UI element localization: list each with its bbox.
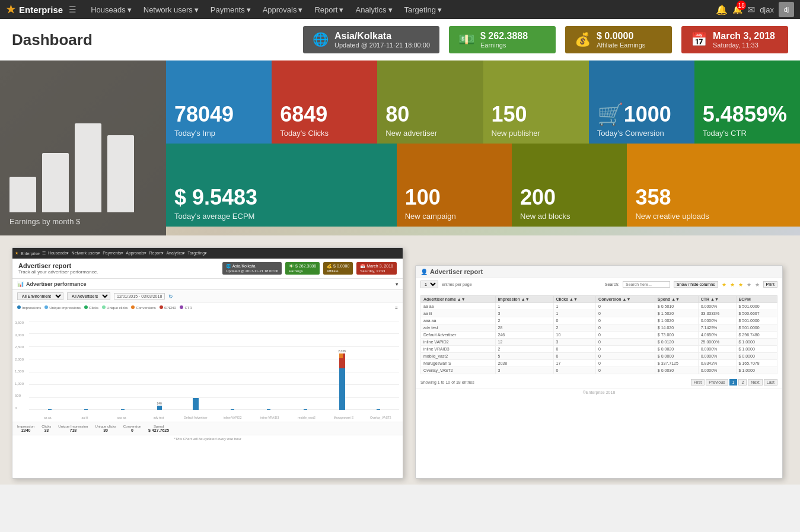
tile-clicks[interactable]: 6849 Today's Clicks <box>272 60 377 144</box>
col-ctr[interactable]: CTR ▲▼ <box>698 296 736 303</box>
mini-search-input[interactable] <box>623 281 670 288</box>
nav-approvals[interactable]: Approvals ▾ <box>257 0 309 19</box>
mini-chart-note: *This Chart will be updated every one ho… <box>12 435 403 442</box>
table-cell-clicks: 0 <box>553 346 596 353</box>
page-1[interactable]: 1 <box>729 379 738 386</box>
col-impression[interactable]: Impression ▲▼ <box>495 296 553 303</box>
brand-logo[interactable]: ★ Enterprise <box>6 3 63 16</box>
tile-clicks-number: 6849 <box>280 103 327 126</box>
table-cell-ctr: 33.3333% <box>698 310 736 317</box>
header-bar: Dashboard 🌐 Asia/Kolkata Updated @ 2017-… <box>0 19 800 60</box>
mini-chart-menu[interactable]: ≡ <box>395 305 398 311</box>
notifications-bell[interactable]: 🔔 <box>716 4 728 15</box>
table-header-row: Advertiser name ▲▼ Impression ▲▼ Clicks … <box>421 296 777 303</box>
mini-table-footer: Showing 1 to 10 of 18 entries First Prev… <box>416 377 782 388</box>
page-2[interactable]: 2 <box>738 379 747 386</box>
mini-print-btn[interactable]: Print <box>763 281 777 288</box>
mini-star-4[interactable]: ★ <box>747 282 751 288</box>
tile-ecpm[interactable]: $ 9.5483 Today's average ECPM <box>166 144 397 227</box>
tile-new-adblocks[interactable]: 200 New ad blocks <box>512 144 627 227</box>
mini-table-controls: 10 25 entries per page Search: Show / hi… <box>416 278 782 291</box>
affiliate-icon: 💰 <box>575 32 591 47</box>
affiliate-widget: 💰 $ 0.0000 Affiliate Earnings <box>565 26 672 53</box>
page-next[interactable]: Next <box>748 379 762 386</box>
table-row: Murugeswari S2038170$ 337.71250.8342%$ 1… <box>421 360 777 367</box>
nav-payments[interactable]: Payments ▾ <box>205 0 257 19</box>
table-row: inline VRAID3200$ 0.00200.0000%$ 1.0000 <box>421 346 777 353</box>
mini-star-5[interactable]: ★ <box>755 282 760 288</box>
mini-bar-vraid3 <box>267 409 270 410</box>
page-first[interactable]: First <box>691 379 705 386</box>
table-cell-impression: 3 <box>495 310 553 317</box>
col-spend[interactable]: Spend ▲▼ <box>655 296 698 303</box>
nav-targeting[interactable]: Targeting ▾ <box>399 0 448 19</box>
tile-creative-uploads[interactable]: 358 New creative uploads <box>627 144 800 227</box>
mini-bar-muru <box>339 353 345 410</box>
tile-ecpm-label: Today's average ECPM <box>174 212 254 221</box>
table-cell-clicks: 10 <box>553 332 596 339</box>
mini-star-1[interactable]: ★ <box>722 282 726 288</box>
date-widget: 📅 March 3, 2018 Saturday, 11:33 <box>681 26 788 53</box>
mini-table-container: Advertiser name ▲▼ Impression ▲▼ Clicks … <box>416 293 782 377</box>
mini-footer-stats: Impression 2340 Clicks 33 Unique Impress… <box>12 422 403 435</box>
mini-bar-aa <box>48 409 52 410</box>
mini-star-3[interactable]: ★ <box>738 282 743 288</box>
tile-adblocks-label: New ad blocks <box>520 212 570 221</box>
mini-header-left: Advertiser report Track all your adverti… <box>12 259 403 279</box>
nav-network-users[interactable]: Network users ▾ <box>138 0 205 19</box>
page-previous[interactable]: Previous <box>706 379 728 386</box>
mini-chart-grid: 246 <box>29 321 399 410</box>
table-cell-impression: 3 <box>495 367 553 374</box>
user-label[interactable]: djax <box>760 5 774 14</box>
tile-new-campaign[interactable]: 100 New campaign <box>397 144 512 227</box>
nav-analytics[interactable]: Analytics ▾ <box>349 0 398 19</box>
mini-star-2[interactable]: ★ <box>730 282 735 288</box>
mini-collapse-icon[interactable]: ▾ <box>396 282 398 287</box>
table-cell-conversion: 0 <box>596 324 655 332</box>
tile-new-publisher[interactable]: 150 New publisher <box>483 60 589 144</box>
mini-bars: 246 <box>29 321 399 410</box>
table-row: aaa aa200$ 1.00200.0000%$ 501.0000 <box>421 317 777 324</box>
col-ecpm[interactable]: ECPM <box>736 296 777 303</box>
col-conversion[interactable]: Conversion ▲▼ <box>596 296 655 303</box>
table-cell-spend: $ 0.5010 <box>655 303 698 310</box>
notifications-badge-container[interactable]: 🔔 18 <box>732 4 742 15</box>
mini-bar-aaiii <box>84 409 88 410</box>
col-advertiser-name[interactable]: Advertiser name ▲▼ <box>421 296 496 303</box>
mini-bar-vapid2 <box>231 409 234 410</box>
mini-env-select[interactable]: All Environment <box>17 292 63 300</box>
date-sub: Saturday, 11:33 <box>713 42 775 49</box>
mini-show-hide-btn[interactable]: Show / hide columns <box>674 281 718 288</box>
messages-icon[interactable]: ✉ <box>747 4 755 15</box>
mini-x-axis: aa aa aa iii aaa aa adv test Default Adv… <box>29 416 399 419</box>
page-last[interactable]: Last <box>764 379 777 386</box>
mini-entries-select[interactable]: 10 25 <box>420 281 438 288</box>
table-cell-ecpm: $ 501.0000 <box>736 324 777 332</box>
table-cell-ecpm: $ 165.7078 <box>736 360 777 367</box>
tile-new-advertiser[interactable]: 80 New advertiser <box>377 60 483 144</box>
table-cell-name: adv test <box>421 324 496 332</box>
table-cell-clicks: 2 <box>553 324 596 332</box>
table-cell-conversion: 0 <box>596 310 655 317</box>
hamburger-menu[interactable]: ☰ <box>69 5 77 14</box>
col-clicks[interactable]: Clicks ▲▼ <box>553 296 596 303</box>
tile-conversion[interactable]: 🛒1000 Today's Conversion <box>589 60 694 144</box>
nav-report[interactable]: Report ▾ <box>308 0 349 19</box>
tile-ctr[interactable]: 5.4859% Today's CTR <box>694 60 800 144</box>
table-row: aa aa110$ 0.50100.0000%$ 501.0000 <box>421 303 777 310</box>
table-cell-ctr: 25.0000% <box>698 339 736 346</box>
tile-impressions[interactable]: 78049 Today's Imp <box>166 60 272 144</box>
user-avatar[interactable]: dj <box>779 2 794 17</box>
mini-refresh-icon[interactable]: ↻ <box>168 294 173 300</box>
earnings-amount: $ 262.3888 <box>480 31 528 42</box>
mini-advertiser-select[interactable]: All Advertisers <box>67 292 110 300</box>
nav-houseads[interactable]: Houseads ▾ <box>85 0 138 19</box>
table-cell-ctr: 0.8342% <box>698 360 736 367</box>
mini-date-range[interactable]: 12/01/2015 - 03/03/2018 <box>114 293 165 300</box>
timezone-text: Asia/Kolkata Updated @ 2017-11-21 18:00:… <box>334 31 430 49</box>
table-cell-spend: $ 73.000 <box>655 332 698 339</box>
mini-bar-muru-conv <box>339 353 343 358</box>
globe-icon: 🌐 <box>313 32 329 47</box>
mini-chart-area: Impressions Unique impressions Clicks Un… <box>12 303 403 422</box>
table-cell-impression: 12 <box>495 339 553 346</box>
